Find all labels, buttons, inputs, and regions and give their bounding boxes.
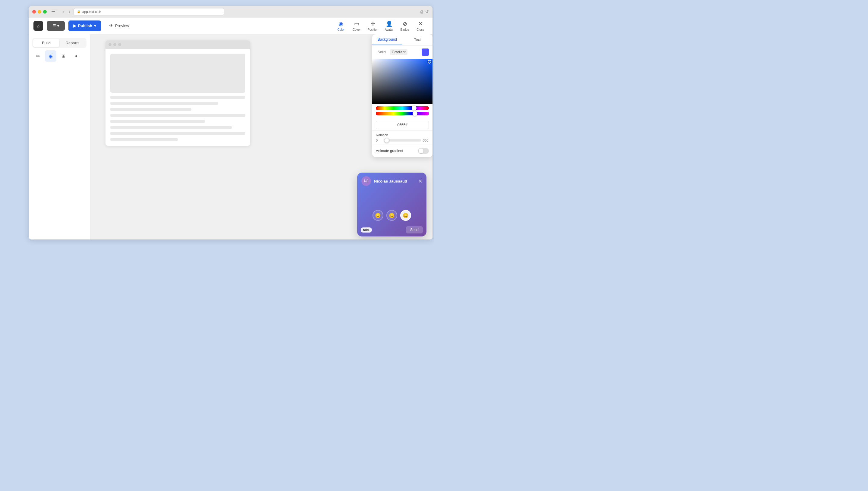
color-label: Color [337,28,344,31]
cover-label: Cover [353,28,361,31]
avatar: NJ [361,176,371,186]
canvas-dot-1 [109,43,112,46]
minimize-traffic-light[interactable] [38,10,41,13]
position-label: Position [367,28,378,31]
hue-slider[interactable] [376,106,429,110]
canvas-preview [106,40,250,146]
emoji-btn-3[interactable]: 😊 [400,210,411,221]
chat-widget: NJ Nicolas Jaussaud ✕ 😊 😊 😊 told. [357,173,426,236]
publish-button[interactable]: ▶ Publish ▾ [68,21,101,31]
chat-header: NJ Nicolas Jaussaud ✕ [357,173,426,190]
hue-thumb[interactable] [412,106,417,111]
hex-input[interactable] [376,121,429,129]
canvas-area[interactable]: Background Text Solid Gradient [90,34,432,239]
magic-tool-btn[interactable]: ✦ [70,50,82,62]
top-toolbar: ⌂ ☰ ▾ ▶ Publish ▾ 👁 Preview ◉ Color [29,18,432,34]
skeleton-line-2 [110,102,218,105]
badge-panel-btn[interactable]: ⊘ Badge [397,19,412,32]
pen-icon: ✏ [36,53,40,59]
animate-toggle[interactable] [418,148,429,154]
text-tab[interactable]: Text [402,34,432,45]
solid-btn[interactable]: Solid [376,49,388,55]
app-content: ⌂ ☰ ▾ ▶ Publish ▾ 👁 Preview ◉ Color [29,18,432,239]
build-tab[interactable]: Build [33,39,59,47]
rotation-thumb[interactable] [384,138,389,143]
position-icon: ✛ [371,21,375,27]
cover-panel-btn[interactable]: ▭ Cover [349,19,364,32]
badge-icon: ⊘ [403,21,407,27]
menu-chevron: ▾ [57,24,59,28]
avatar-icon: 👤 [386,21,392,27]
home-button[interactable]: ⌂ [33,21,43,31]
color-thumb[interactable] [413,111,417,116]
reports-tab[interactable]: Reports [59,39,86,47]
close-traffic-light[interactable] [32,10,36,13]
menu-button[interactable]: ☰ ▾ [47,21,65,31]
color-gradient-canvas[interactable] [372,59,432,104]
pen-tool-btn[interactable]: ✏ [32,50,44,62]
cover-icon: ▭ [354,21,359,27]
close-panel-btn[interactable]: ✕ Close [413,19,428,32]
color-slider-track [376,112,429,115]
emoji-btn-2[interactable]: 😊 [386,210,397,221]
browser-window: ‹ › 🔒 app.told.club ⎙ ↺ ⌂ ☰ ▾ ▶ Publish … [29,6,432,239]
back-button[interactable]: ‹ [61,9,65,15]
animate-label: Animate gradient [376,149,403,153]
gradient-btn[interactable]: Gradient [390,49,408,55]
left-sidebar: Build Reports ✏ ◉ ⊞ ✦ [29,34,90,239]
sidebar-tools: ✏ ◉ ⊞ ✦ [32,50,86,62]
hue-slider-container [372,104,432,120]
avatar-panel-btn[interactable]: 👤 Avatar [382,19,396,32]
publish-label: Publish [78,24,92,28]
position-panel-btn[interactable]: ✛ Position [365,19,381,32]
canvas-preview-bar [106,40,250,49]
rotation-label: Rotation [376,133,429,137]
magic-icon: ✦ [74,53,78,59]
toggle-knob [419,148,423,153]
chat-emoji-row: 😊 😊 😊 [357,207,426,223]
emoji-btn-1[interactable]: 😊 [372,210,383,221]
sidebar-toggle-btn[interactable] [52,10,58,14]
menu-icon: ☰ [53,24,56,28]
color-slider[interactable] [376,112,429,115]
rotation-slider[interactable] [384,139,421,142]
rotation-min-val: 0 [376,139,382,142]
rotation-slider-row: 0 360 [376,139,429,142]
share-button[interactable]: ⎙ [420,9,423,14]
chat-footer: told. Send [357,223,426,236]
rotation-section: Rotation 0 360 [372,131,432,145]
chat-messages [357,190,426,207]
animate-gradient-row: Animate gradient [372,145,432,157]
traffic-lights [32,10,47,13]
skeleton-line-7 [110,132,245,135]
main-layout: Build Reports ✏ ◉ ⊞ ✦ [29,34,432,239]
preview-eye-icon: 👁 [109,24,113,28]
skeleton-line-8 [110,138,178,141]
color-picker-panel: Background Text Solid Gradient [372,34,432,157]
close-panel-icon: ✕ [418,21,423,27]
skeleton-row-1 [110,114,245,117]
home-icon: ⌂ [37,24,39,28]
skeleton-line-5 [110,120,205,123]
background-tab[interactable]: Background [372,34,402,45]
skeleton-line-6 [110,126,232,129]
hex-input-row [372,120,432,131]
address-bar[interactable]: 🔒 app.told.club [74,8,224,16]
url-text: app.told.club [82,10,101,13]
color-swatch[interactable] [422,49,429,56]
preview-button[interactable]: 👁 Preview [105,21,134,31]
color-icon: ◉ [338,21,343,27]
send-button[interactable]: Send [406,226,423,233]
maximize-traffic-light[interactable] [43,10,47,13]
fill-tool-btn[interactable]: ◉ [45,50,56,62]
color-panel-btn[interactable]: ◉ Color [334,19,348,32]
lock-icon: 🔒 [77,10,81,13]
layers-tool-btn[interactable]: ⊞ [58,50,69,62]
canvas-preview-body [106,49,250,146]
skeleton-image [110,54,245,93]
refresh-button[interactable]: ↺ [425,9,429,14]
chat-close-button[interactable]: ✕ [418,178,422,184]
skeleton-line-4 [110,114,245,117]
forward-button[interactable]: › [67,9,72,15]
browser-titlebar: ‹ › 🔒 app.told.club ⎙ ↺ [29,6,432,18]
